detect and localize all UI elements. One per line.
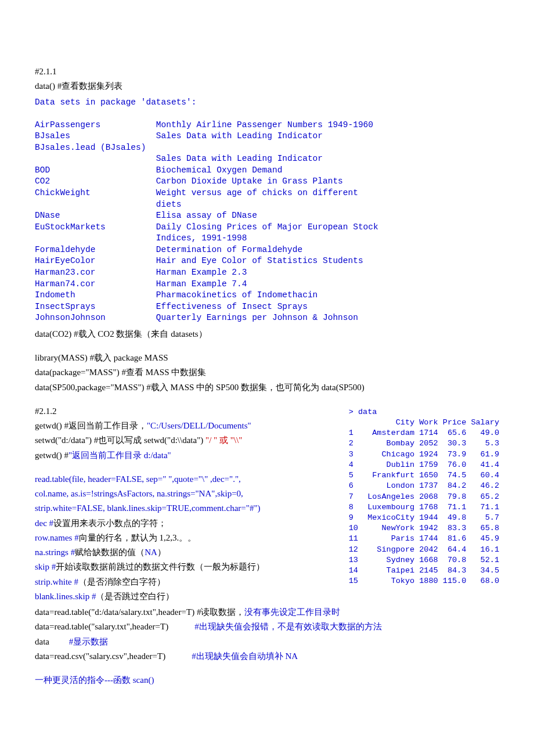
code-line: data=read.csv("salary.csv",header=T) #出现… — [35, 650, 499, 663]
section-header: #2.1.1 — [35, 65, 499, 78]
code-line: data(package="MASS") #查看 MASS 中数据集 — [35, 366, 499, 379]
code-line: data() #查看数据集列表 — [35, 80, 499, 93]
datasets-output: Data sets in package 'datasets': AirPass… — [35, 97, 499, 324]
code-line: data(CO2) #载入 CO2 数据集（来自 datasets） — [35, 327, 499, 341]
code-line: 一种更灵活的指令---函数 scan() — [35, 674, 499, 687]
code-line: library(MASS) #载入 package MASS — [35, 351, 499, 365]
code-line: blank.lines.skip #（是否跳过空白行） — [35, 590, 499, 603]
code-line: data=read.table("d:/data/salary.txt",hea… — [35, 606, 499, 619]
code-line: data(SP500,package="MASS") #载入 MASS 中的 S… — [35, 381, 499, 394]
code-line: data=read.table("salary.txt",header=T) #… — [35, 620, 499, 633]
code-line: data #显示数据 — [35, 635, 499, 649]
data-output-table: > data City Work Price Salary 1 Amsterda… — [349, 407, 499, 587]
